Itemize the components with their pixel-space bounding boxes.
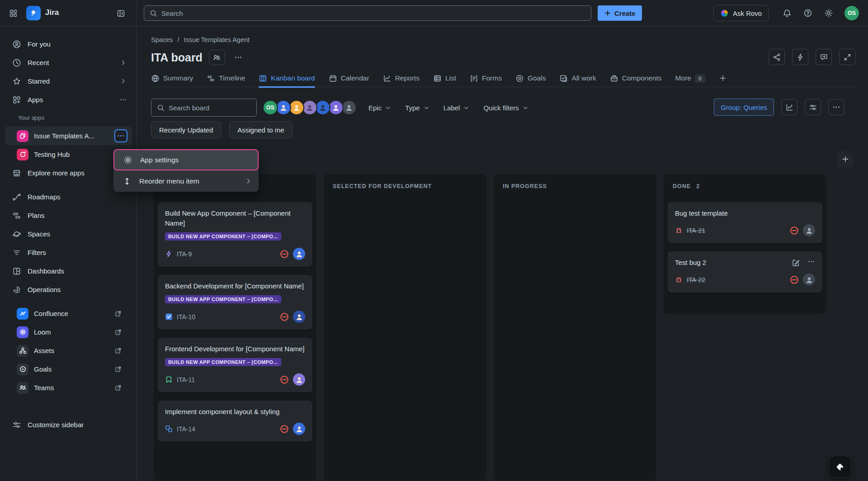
assignee-avatar[interactable] — [293, 311, 305, 323]
sidebar-item-recent[interactable]: Recent — [0, 53, 137, 72]
tab-calendar[interactable]: Calendar — [329, 70, 369, 87]
feedback-button[interactable] — [816, 49, 832, 65]
board-card-ita-14[interactable]: Implement component layout & stylingITA-… — [158, 401, 312, 442]
add-column-button[interactable] — [837, 151, 854, 167]
board-card-ita-10[interactable]: Backend Development for [Component Name]… — [158, 275, 312, 330]
member-avatar[interactable] — [276, 100, 291, 115]
filter-dropdown-quick-filters[interactable]: Quick filters — [483, 104, 528, 112]
board-card-ita-9[interactable]: Build New App Component – [Component Nam… — [158, 202, 312, 267]
floating-app-button[interactable] — [829, 456, 851, 478]
sidebar-item-assets[interactable]: Assets — [5, 341, 132, 360]
sidebar-item-plans[interactable]: Plans — [0, 206, 137, 225]
collapse-sidebar-icon[interactable] — [114, 6, 127, 20]
automation-button[interactable] — [792, 49, 808, 65]
edit-pencil-icon[interactable] — [792, 259, 800, 267]
sidebar-item-teams[interactable]: Teams — [5, 378, 132, 397]
sidebar-item-operations[interactable]: Operations — [0, 280, 137, 299]
view-settings-button[interactable] — [805, 99, 821, 115]
quick-filter-recently-updated[interactable]: Recently Updated — [151, 121, 221, 138]
customize-sidebar-button[interactable]: Customize sidebar — [0, 415, 137, 434]
member-avatar[interactable] — [315, 100, 330, 115]
share-button[interactable] — [769, 49, 785, 65]
member-avatar[interactable] — [302, 100, 317, 115]
tab-forms[interactable]: Forms — [470, 70, 502, 87]
apps-more-icon[interactable] — [119, 96, 127, 104]
blocked-status-icon[interactable] — [280, 424, 289, 434]
assignee-avatar[interactable] — [803, 224, 815, 236]
sidebar-item-testing-hub[interactable]: Testing Hub — [5, 145, 132, 164]
breadcrumb-current[interactable]: Issue Templates Agent — [184, 36, 250, 43]
menu-item-app-settings[interactable]: App settings — [113, 149, 259, 170]
assignee-avatar[interactable] — [293, 248, 305, 260]
chevron-right-icon[interactable] — [119, 77, 127, 85]
board-search-field[interactable] — [151, 99, 257, 117]
tab-summary[interactable]: Summary — [151, 70, 193, 87]
epic-label-badge[interactable]: BUILD NEW APP COMPONENT – [COMPO... — [165, 232, 281, 240]
member-avatar[interactable] — [341, 100, 357, 115]
sidebar-item-goals[interactable]: Goals — [5, 360, 132, 378]
breadcrumb-spaces[interactable]: Spaces — [151, 36, 173, 43]
tab-label: Goals — [528, 74, 546, 82]
avatar-current-user[interactable]: OS — [263, 100, 278, 115]
sidebar-item-for-you[interactable]: For you — [0, 35, 137, 53]
sidebar-item-filters[interactable]: Filters — [0, 243, 137, 262]
sidebar-item-apps[interactable]: Apps — [0, 90, 137, 109]
board-more-button[interactable] — [231, 51, 245, 64]
blocked-status-icon[interactable] — [790, 275, 799, 284]
user-avatar[interactable]: OS — [844, 6, 859, 20]
tab-kanban-board[interactable]: Kanban board — [259, 70, 315, 87]
tab-list[interactable]: List — [433, 70, 456, 87]
board-members-button[interactable] — [209, 50, 225, 65]
sidebar-item-starred[interactable]: Starred — [0, 72, 137, 90]
group-by-button[interactable]: Group: Queries — [714, 99, 774, 116]
fullscreen-button[interactable] — [839, 49, 855, 65]
board-card-ita-21[interactable]: Bug test templateITA-21 — [668, 202, 822, 243]
quick-filter-chips: Recently UpdatedAssigned to me — [151, 121, 292, 138]
epic-label-badge[interactable]: BUILD NEW APP COMPONENT – [COMPO... — [165, 295, 281, 303]
jira-logo-icon[interactable] — [26, 6, 41, 20]
board-more-options-button[interactable] — [828, 99, 844, 115]
chevron-right-icon[interactable] — [119, 59, 127, 66]
blocked-status-icon[interactable] — [280, 375, 289, 384]
assignee-avatar[interactable] — [293, 373, 305, 386]
assignee-avatar[interactable] — [803, 274, 815, 286]
app-item-more-button[interactable] — [114, 129, 127, 142]
blocked-status-icon[interactable] — [280, 312, 289, 321]
member-avatar[interactable] — [328, 100, 344, 115]
tab-more[interactable]: More6 — [675, 70, 706, 87]
tab-timeline[interactable]: Timeline — [207, 70, 245, 87]
member-avatar[interactable] — [289, 100, 304, 115]
card-more-icon[interactable] — [807, 258, 815, 265]
global-search-field[interactable] — [144, 5, 591, 21]
filter-dropdown-epic[interactable]: Epic — [368, 104, 392, 112]
add-view-button[interactable] — [719, 70, 727, 87]
board-card-ita-11[interactable]: Frontend Development for [Component Name… — [158, 338, 312, 392]
help-icon[interactable] — [801, 6, 815, 20]
notifications-bell-icon[interactable] — [780, 6, 794, 20]
sidebar-item-confluence[interactable]: Confluence — [5, 304, 132, 323]
sidebar-item-issue-templates-a[interactable]: Issue Templates A... — [5, 127, 132, 145]
ask-rovo-button[interactable]: Ask Rovo — [713, 5, 769, 21]
menu-item-reorder-menu-item[interactable]: Reorder menu item — [113, 170, 259, 192]
board-card-ita-22[interactable]: Test bug 2ITA-22 — [668, 251, 822, 292]
filter-dropdown-label[interactable]: Label — [443, 104, 470, 112]
tab-reports[interactable]: Reports — [383, 70, 420, 87]
settings-gear-icon[interactable] — [822, 6, 835, 20]
search-input[interactable] — [161, 9, 585, 17]
board-search-input[interactable] — [169, 104, 251, 112]
sidebar-item-loom[interactable]: Loom — [5, 323, 132, 341]
assignee-avatar[interactable] — [293, 423, 305, 435]
quick-filter-assigned-to-me[interactable]: Assigned to me — [229, 121, 292, 138]
blocked-status-icon[interactable] — [280, 250, 289, 259]
insights-button[interactable] — [781, 99, 797, 115]
tab-components[interactable]: Components — [610, 70, 662, 87]
filter-dropdown-type[interactable]: Type — [405, 104, 430, 112]
app-switcher-icon[interactable] — [6, 6, 20, 20]
create-button[interactable]: Create — [598, 5, 642, 21]
tab-goals[interactable]: Goals — [515, 70, 546, 87]
tab-all-work[interactable]: All work — [559, 70, 596, 87]
sidebar-item-spaces[interactable]: Spaces — [0, 225, 137, 243]
sidebar-item-dashboards[interactable]: Dashboards — [0, 262, 137, 280]
epic-label-badge[interactable]: BUILD NEW APP COMPONENT – [COMPO... — [165, 358, 281, 366]
blocked-status-icon[interactable] — [790, 226, 799, 235]
